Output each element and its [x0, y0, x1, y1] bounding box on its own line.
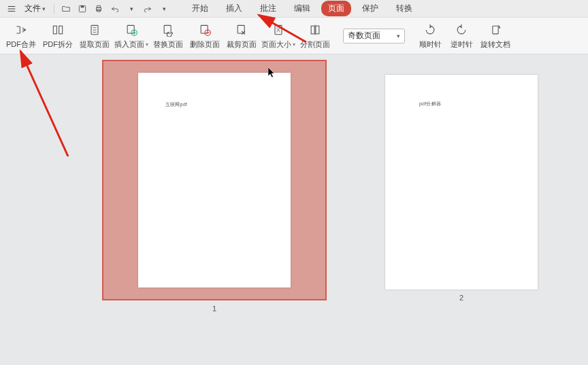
- page-select-label: 奇数页面: [348, 30, 380, 41]
- crop-pages-button[interactable]: 裁剪页面: [223, 19, 260, 53]
- chevron-down-icon: ▾: [293, 41, 295, 48]
- insert-pages-button[interactable]: 插入页面▾: [113, 19, 150, 53]
- tab-page[interactable]: 页面: [321, 1, 351, 16]
- tab-protect[interactable]: 保护: [355, 1, 385, 16]
- chevron-down-icon: ▾: [42, 5, 46, 12]
- tab-start[interactable]: 开始: [185, 1, 215, 16]
- insert-icon: [124, 22, 139, 37]
- split-icon: [50, 22, 65, 37]
- extract-pages-button[interactable]: 提取页面: [76, 19, 113, 53]
- svg-rect-1: [81, 5, 84, 7]
- svg-rect-3: [97, 5, 101, 7]
- pdf-merge-button[interactable]: PDF合并: [3, 19, 39, 53]
- rotate-cw-button[interactable]: 顺时针: [414, 19, 446, 53]
- svg-rect-17: [493, 26, 498, 34]
- page-thumbnail-1[interactable]: 互联网pdf 1: [102, 60, 327, 313]
- page-toolbar: PDF合并 PDF拆分 提取页面 插入页面▾ 替换页面 删除页面 裁剪页面 页面…: [0, 18, 588, 54]
- svg-rect-16: [316, 26, 319, 34]
- file-menu-label: 文件: [24, 3, 41, 14]
- separator: [54, 3, 54, 14]
- file-menu[interactable]: 文件 ▾: [20, 1, 50, 16]
- chevron-down-icon: ▾: [146, 41, 148, 48]
- page-preview: pdf分解器: [385, 75, 538, 290]
- menu-icon[interactable]: [4, 4, 19, 14]
- replace-icon: [161, 22, 176, 37]
- svg-rect-6: [59, 26, 63, 34]
- top-menu: 文件 ▾ ▾ ▾ 开始 插入 批注 编辑 页面 保护 转换: [0, 0, 588, 18]
- page-select-dropdown[interactable]: 奇数页面 ▾: [343, 29, 405, 44]
- page-number-label: 1: [212, 305, 216, 313]
- page-preview: 互联网pdf: [138, 73, 291, 288]
- rotate-group: 顺时针 逆时针 旋转文档: [414, 19, 514, 53]
- redo-dropdown-icon[interactable]: ▾: [158, 3, 170, 15]
- undo-dropdown-icon[interactable]: ▾: [125, 3, 137, 15]
- crop-icon: [234, 22, 249, 37]
- extract-icon: [87, 22, 102, 37]
- page-number-label: 2: [459, 294, 463, 302]
- svg-rect-11: [201, 25, 208, 33]
- tab-strip: 开始 插入 批注 编辑 页面 保护 转换: [185, 1, 419, 16]
- svg-rect-5: [53, 26, 56, 34]
- page-content-text: pdf分解器: [419, 101, 441, 107]
- tab-edit[interactable]: 编辑: [287, 1, 317, 16]
- page-thumbnail-area[interactable]: 互联网pdf 1 pdf分解器 2: [0, 54, 588, 365]
- pdf-split-button[interactable]: PDF拆分: [39, 19, 76, 53]
- redo-icon[interactable]: [142, 3, 154, 15]
- page-content-text: 互联网pdf: [165, 101, 187, 108]
- tab-convert[interactable]: 转换: [389, 1, 419, 16]
- save-icon[interactable]: [76, 3, 88, 15]
- svg-rect-8: [127, 25, 134, 33]
- open-icon[interactable]: [60, 3, 72, 15]
- delete-icon: [197, 22, 212, 37]
- undo-icon[interactable]: [109, 3, 121, 15]
- split-page-button[interactable]: 分割页面: [297, 19, 333, 53]
- rotate-ccw-icon: [454, 22, 469, 37]
- page-thumbnail-2[interactable]: pdf分解器 2: [385, 75, 538, 302]
- rotate-cw-icon: [423, 22, 438, 37]
- rotate-doc-button[interactable]: 旋转文档: [477, 19, 514, 53]
- cut-page-icon: [308, 22, 323, 37]
- rotate-doc-icon: [488, 22, 503, 37]
- rotate-ccw-button[interactable]: 逆时针: [446, 19, 477, 53]
- tab-insert[interactable]: 插入: [219, 1, 249, 16]
- print-icon[interactable]: [93, 3, 105, 15]
- page-size-button[interactable]: 页面大小▾: [260, 19, 297, 53]
- page-thumbnail-selection: 互联网pdf: [102, 60, 327, 300]
- svg-rect-15: [311, 26, 314, 34]
- delete-pages-button[interactable]: 删除页面: [186, 19, 223, 53]
- merge-icon: [14, 22, 29, 37]
- tab-annotate[interactable]: 批注: [253, 1, 283, 16]
- svg-rect-10: [164, 25, 171, 33]
- chevron-down-icon: ▾: [397, 33, 400, 39]
- size-icon: [271, 22, 286, 37]
- replace-pages-button[interactable]: 替换页面: [150, 19, 186, 53]
